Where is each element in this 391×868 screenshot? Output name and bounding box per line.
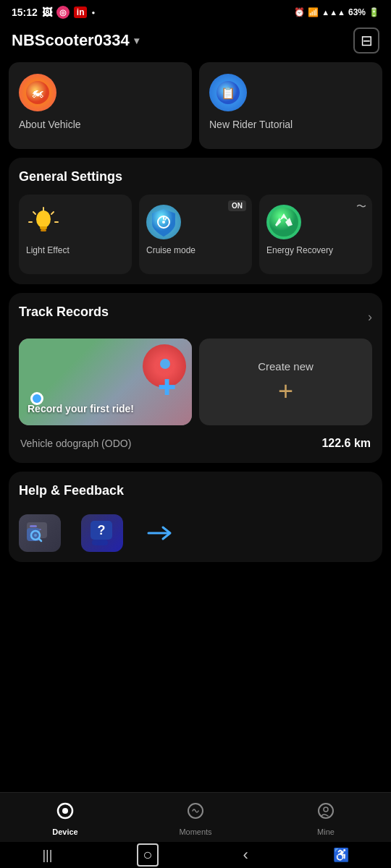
- help-search-icon-box: [19, 514, 61, 552]
- map-cross-icon: ✚: [158, 375, 176, 400]
- mine-nav-icon: [316, 801, 335, 825]
- new-rider-icon: 📋: [209, 74, 247, 111]
- track-records-section: Track Records › ✚ Record your first ride…: [9, 293, 382, 463]
- about-vehicle-card[interactable]: 🏍 About Vehicle: [9, 62, 192, 149]
- new-rider-label: New Rider Tutorial: [209, 119, 293, 130]
- cruise-mode-label: Cruise mode: [146, 245, 196, 257]
- inbox-icon: in: [74, 7, 88, 18]
- light-effect-card[interactable]: Light Effect: [19, 195, 132, 274]
- recent-apps-button[interactable]: |||: [42, 848, 52, 863]
- energy-recovery-label: Energy Recovery: [266, 245, 333, 257]
- about-vehicle-label: About Vehicle: [19, 119, 81, 130]
- odo-label: Vehicle odograph (ODO): [20, 438, 131, 449]
- svg-text:?: ?: [98, 523, 106, 537]
- nav-moments[interactable]: Moments: [130, 801, 261, 836]
- help-feedback-title: Help & Feedback: [19, 483, 372, 498]
- system-nav-bar: ||| ○ ‹ ♿: [0, 842, 391, 868]
- odo-row: Vehicle odograph (ODO) 122.6 km: [19, 434, 372, 453]
- track-records-header: Track Records ›: [19, 305, 372, 330]
- cruise-mode-icon: [146, 205, 181, 239]
- nav-device[interactable]: Device: [0, 801, 130, 836]
- create-new-label: Create new: [258, 360, 314, 373]
- svg-text:📋: 📋: [221, 86, 235, 100]
- mine-nav-label: Mine: [317, 827, 335, 836]
- general-settings-section: General Settings: [9, 158, 382, 284]
- help-search-item[interactable]: [19, 514, 61, 552]
- svg-point-30: [319, 804, 333, 818]
- status-right: ⏰ 📶 ▲▲▲ 63% 🔋: [294, 7, 379, 17]
- energy-recovery-badge: 〜: [356, 200, 366, 213]
- moments-nav-icon: [186, 801, 205, 825]
- create-new-plus-icon: +: [278, 378, 293, 404]
- settings-grid: Light Effect: [19, 195, 372, 274]
- device-nav-icon: [56, 801, 75, 825]
- message-icon: ⊟: [361, 32, 373, 49]
- svg-rect-18: [30, 525, 37, 527]
- record-your-first-ride-card[interactable]: ✚ Record your first ride!: [19, 339, 192, 425]
- svg-point-4: [36, 210, 51, 228]
- signal-icon: ▲▲▲: [321, 8, 345, 17]
- svg-line-9: [51, 212, 54, 214]
- main-content: 🏍 About Vehicle 📋 New Rider T: [0, 62, 391, 658]
- top-bar: NBScooter0334 ▾ ⊟: [0, 22, 391, 62]
- svg-point-23: [34, 534, 37, 537]
- help-question-item[interactable]: ?: [81, 514, 123, 552]
- svg-point-16: [269, 208, 298, 237]
- svg-rect-26: [92, 540, 108, 545]
- general-settings-title: General Settings: [19, 169, 372, 184]
- status-left: 15:12 🖼 ◎ in ●: [12, 6, 95, 19]
- help-feedback-section: Help & Feedback: [9, 472, 382, 562]
- bottom-nav: Device Moments Mine: [0, 792, 391, 842]
- battery-icon: 🔋: [369, 7, 379, 17]
- track-records-chevron[interactable]: ›: [368, 310, 372, 325]
- gallery-icon: 🖼: [42, 7, 52, 18]
- vehicle-title-area[interactable]: NBScooter0334 ▾: [12, 31, 139, 50]
- map-dot-2: [160, 359, 170, 369]
- cruise-mode-badge: ON: [228, 200, 246, 211]
- svg-text:🏍: 🏍: [31, 85, 44, 100]
- dot-icon: ●: [91, 9, 95, 16]
- moments-nav-label: Moments: [179, 827, 211, 836]
- help-icons-row: ?: [19, 509, 372, 552]
- device-nav-label: Device: [52, 827, 77, 836]
- about-vehicle-icon: 🏍: [19, 74, 56, 111]
- light-effect-icon: [26, 205, 61, 239]
- status-time: 15:12: [12, 7, 38, 18]
- instagram-icon: ◎: [56, 6, 70, 19]
- svg-point-13: [162, 221, 165, 224]
- track-records-title: Track Records: [19, 305, 109, 320]
- new-rider-tutorial-card[interactable]: 📋 New Rider Tutorial: [199, 62, 382, 149]
- svg-rect-6: [41, 229, 46, 231]
- top-cards-row: 🏍 About Vehicle 📋 New Rider T: [9, 62, 382, 149]
- energy-recovery-icon: [266, 205, 301, 239]
- vehicle-name: NBScooter0334: [12, 31, 130, 50]
- message-button[interactable]: ⊟: [353, 27, 379, 54]
- svg-line-8: [33, 212, 35, 214]
- help-question-icon-box: ?: [81, 514, 123, 552]
- record-first-ride-text: Record your first ride!: [28, 402, 183, 417]
- alarm-icon: ⏰: [294, 7, 305, 17]
- cruise-mode-card[interactable]: ON Cruise mode: [139, 195, 252, 274]
- battery-value: 63%: [348, 7, 366, 17]
- caret-icon: ▾: [134, 35, 139, 46]
- track-cards-row: ✚ Record your first ride! Create new +: [19, 339, 372, 425]
- back-button[interactable]: ‹: [243, 846, 248, 864]
- home-button[interactable]: ○: [137, 843, 158, 867]
- odo-value: 122.6 km: [321, 437, 371, 450]
- wifi-icon: 📶: [308, 7, 319, 17]
- svg-point-31: [324, 807, 328, 812]
- light-effect-label: Light Effect: [26, 245, 70, 257]
- svg-point-28: [62, 808, 68, 814]
- svg-line-22: [39, 539, 42, 542]
- create-new-card[interactable]: Create new +: [199, 339, 372, 425]
- accessibility-button[interactable]: ♿: [333, 847, 349, 863]
- status-bar: 15:12 🖼 ◎ in ● ⏰ 📶 ▲▲▲ 63% 🔋: [0, 0, 391, 22]
- help-arrow-icon[interactable]: [143, 516, 178, 550]
- svg-rect-5: [40, 226, 47, 229]
- energy-recovery-card[interactable]: 〜 Energy Recovery: [259, 195, 372, 274]
- nav-mine[interactable]: Mine: [261, 801, 391, 836]
